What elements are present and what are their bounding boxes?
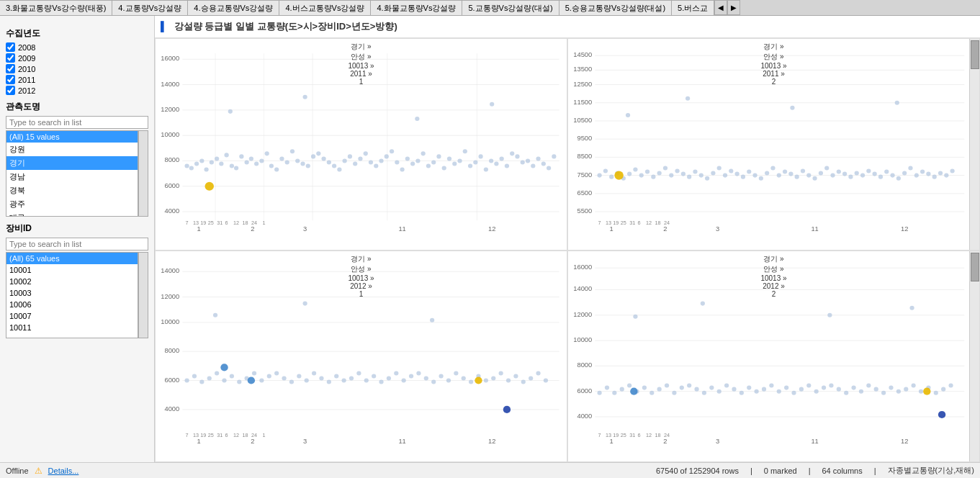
device-list-container: (All) 65 values 10001 10002 10003 10006 … xyxy=(6,252,148,338)
tab-next-button[interactable]: ▶ xyxy=(727,0,740,15)
svg-point-360 xyxy=(889,385,893,389)
year-2009-checkbox[interactable] xyxy=(6,53,15,63)
chart-scrollbar-right-top[interactable] xyxy=(969,39,979,250)
svg-point-345 xyxy=(777,389,781,393)
svg-text:11: 11 xyxy=(398,438,405,445)
tab-6[interactable]: 5.승용교통량Vs강설량(대설) xyxy=(559,0,672,15)
svg-point-194 xyxy=(890,173,894,178)
region-item-gwangju[interactable]: 광주 xyxy=(6,197,138,211)
device-item-10011[interactable]: 10011 xyxy=(6,322,138,333)
year-2012-label: 2012 xyxy=(18,86,35,95)
svg-point-255 xyxy=(319,376,323,380)
svg-point-145 xyxy=(597,173,601,178)
region-item-gyeongbuk[interactable]: 경북 xyxy=(6,184,138,197)
svg-point-267 xyxy=(409,374,413,378)
svg-text:13: 13 xyxy=(606,433,611,438)
svg-text:2: 2 xyxy=(251,438,254,445)
svg-point-100 xyxy=(526,158,530,163)
region-item-gyeonggi[interactable]: 경기 xyxy=(6,156,138,170)
year-2010-item: 2010 xyxy=(6,64,148,73)
svg-point-170 xyxy=(747,170,751,174)
svg-text:24: 24 xyxy=(251,220,257,226)
svg-point-59 xyxy=(311,154,315,158)
svg-point-343 xyxy=(762,387,766,391)
svg-point-41 xyxy=(219,161,223,166)
svg-point-158 xyxy=(675,169,679,173)
separator1: | xyxy=(750,466,752,475)
svg-point-246 xyxy=(252,371,256,375)
svg-point-151 xyxy=(633,168,637,172)
svg-text:13500: 13500 xyxy=(573,66,592,73)
year-2012-checkbox[interactable] xyxy=(6,86,15,95)
device-item-10006[interactable]: 10006 xyxy=(6,299,138,310)
svg-point-198 xyxy=(914,173,919,178)
svg-point-52 xyxy=(274,168,279,172)
year-2012-item: 2012 xyxy=(6,86,148,95)
svg-text:14500: 14500 xyxy=(573,51,592,58)
device-section-title: 장비ID xyxy=(6,222,148,235)
svg-point-321 xyxy=(597,390,601,394)
svg-point-351 xyxy=(822,385,826,389)
device-item-10003[interactable]: 10003 xyxy=(6,287,138,299)
device-list[interactable]: (All) 65 values 10001 10002 10003 10006 … xyxy=(6,252,138,338)
svg-point-99 xyxy=(521,160,525,164)
svg-point-87 xyxy=(457,158,462,163)
svg-point-363 xyxy=(912,383,916,387)
tab-2[interactable]: 4.승용교통량Vs강설량 xyxy=(188,0,279,15)
separator3: | xyxy=(874,466,876,475)
device-search-input[interactable] xyxy=(6,238,148,251)
svg-point-368 xyxy=(948,383,953,387)
svg-point-79 xyxy=(415,158,420,163)
svg-point-171 xyxy=(752,173,757,178)
tab-0[interactable]: 3.화물교통량Vs강수량(태풍) xyxy=(0,0,112,15)
charts-grid: 경기 » 안성 » 10013 » 2011 » 1 16000 14000 1… xyxy=(155,38,980,462)
svg-point-253 xyxy=(305,378,309,382)
device-all-values[interactable]: (All) 65 values xyxy=(6,253,138,264)
device-item-10002[interactable]: 10002 xyxy=(6,276,138,287)
svg-text:18: 18 xyxy=(242,220,248,226)
svg-text:4000: 4000 xyxy=(164,405,179,412)
scrollbar-thumb-bottom[interactable] xyxy=(971,253,979,281)
tab-prev-button[interactable]: ◀ xyxy=(714,0,727,15)
details-link[interactable]: Details... xyxy=(48,466,79,475)
tab-4[interactable]: 4.화물교통량Vs강설량 xyxy=(371,0,462,15)
offline-label: Offline xyxy=(6,466,29,475)
tab-7[interactable]: 5.버스교 xyxy=(672,0,714,15)
tab-1[interactable]: 4.교통량Vs강설량 xyxy=(112,0,188,15)
year-2011-checkbox[interactable] xyxy=(6,75,15,84)
device-item-10001[interactable]: 10001 xyxy=(6,264,138,276)
region-item-daegu[interactable]: 대구 xyxy=(6,211,138,217)
svg-point-287 xyxy=(303,301,307,305)
svg-point-109 xyxy=(490,102,494,107)
region-scrollbar[interactable] xyxy=(138,130,148,217)
svg-point-269 xyxy=(424,376,428,380)
scrollbar-thumb-top[interactable] xyxy=(971,40,979,69)
year-2009-item: 2009 xyxy=(6,53,148,63)
chart-area: ▌ 강설량 등급별 일별 교통량(도>시>장비ID>년도>방향) 경기 » 안성… xyxy=(155,16,980,462)
svg-text:1: 1 xyxy=(262,220,265,226)
svg-point-330 xyxy=(665,383,669,387)
device-item-10007[interactable]: 10007 xyxy=(6,310,138,322)
tab-bar: 3.화물교통량Vs강수량(태풍) 4.교통량Vs강설량 4.승용교통량Vs강설량… xyxy=(0,0,980,16)
region-list[interactable]: (All) 15 values 강원 경기 경남 경북 광주 대구 xyxy=(6,130,138,217)
main-content: 수집년도 2008 2009 2010 2011 2012 관측도명 (All)… xyxy=(0,16,980,462)
svg-point-254 xyxy=(312,371,316,375)
region-item-gyeongnam[interactable]: 경남 xyxy=(6,170,138,184)
chart-title: ▌ 강설량 등급별 일별 교통량(도>시>장비ID>년도>방향) xyxy=(155,16,980,38)
svg-point-270 xyxy=(431,379,436,384)
chart-scrollbar-right-bottom[interactable] xyxy=(969,251,979,462)
tab-3[interactable]: 4.버스교통량Vs강설량 xyxy=(279,0,371,15)
svg-point-108 xyxy=(415,117,419,121)
svg-point-265 xyxy=(394,371,398,375)
device-scrollbar[interactable] xyxy=(138,252,148,338)
svg-point-259 xyxy=(349,376,354,380)
tab-5[interactable]: 5.교통량Vs강설량(대설) xyxy=(462,0,559,15)
svg-point-73 xyxy=(385,154,389,158)
region-all-values[interactable]: (All) 15 values xyxy=(6,131,138,143)
svg-point-260 xyxy=(356,371,361,375)
svg-point-103 xyxy=(541,161,546,166)
region-item-gangwon[interactable]: 강원 xyxy=(6,143,138,156)
year-2010-checkbox[interactable] xyxy=(6,64,15,73)
region-search-input[interactable] xyxy=(6,116,148,129)
year-2008-checkbox[interactable] xyxy=(6,42,15,52)
